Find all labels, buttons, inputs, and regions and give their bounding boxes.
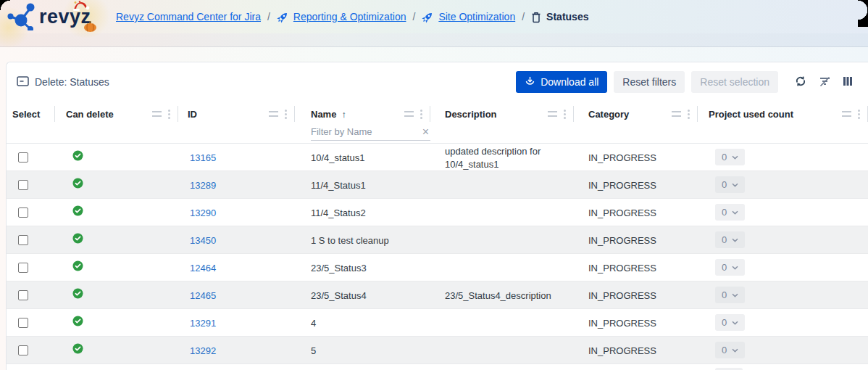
- breadcrumb-link-reporting-optimization[interactable]: Reporting & Optimization: [293, 11, 406, 22]
- row-category-cell: IN_PROGRESS: [574, 261, 698, 274]
- sort-ascending-icon[interactable]: ↑: [341, 109, 346, 120]
- row-id-link[interactable]: 13292: [190, 345, 216, 356]
- column-header-id[interactable]: ID: [178, 105, 295, 123]
- breadcrumb-link-command-center[interactable]: Revyz Command Center for Jira: [116, 11, 261, 22]
- check-circle-icon: [72, 343, 83, 354]
- column-menu-icon[interactable]: [285, 110, 287, 119]
- column-menu-icon[interactable]: [168, 110, 170, 119]
- project-count-dropdown[interactable]: 0: [715, 149, 745, 165]
- chevron-down-icon: [732, 293, 738, 297]
- row-id-link[interactable]: 13165: [190, 152, 216, 163]
- refresh-button[interactable]: [792, 73, 809, 91]
- column-resize-handle-icon[interactable]: [269, 111, 278, 117]
- panel-toolbar: Delete: Statuses Download all Reset filt…: [7, 62, 868, 102]
- project-count-dropdown[interactable]: 0: [715, 287, 745, 303]
- columns-settings-button[interactable]: [840, 75, 856, 90]
- row-category-cell: IN_PROGRESS: [574, 316, 698, 329]
- row-checkbox[interactable]: [18, 263, 28, 273]
- column-label: Description: [445, 109, 497, 120]
- chevron-down-icon: [732, 238, 738, 242]
- table-filter-row: ×: [7, 123, 868, 144]
- column-menu-icon[interactable]: [858, 110, 860, 119]
- project-count-dropdown[interactable]: 0: [715, 176, 745, 193]
- project-count-dropdown[interactable]: 0: [715, 314, 745, 331]
- row-checkbox[interactable]: [18, 207, 28, 218]
- row-name: 23/5_Status3: [311, 263, 367, 274]
- row-id-link[interactable]: 13450: [190, 235, 216, 246]
- column-header-name[interactable]: Name ↑: [295, 105, 430, 123]
- row-select-cell: [7, 290, 55, 300]
- column-header-category[interactable]: Category: [574, 105, 698, 123]
- column-header-project-used-count[interactable]: Project used count: [698, 105, 868, 123]
- column-header-description[interactable]: Description: [430, 105, 574, 123]
- table-row: 13289 11/4_Status1 IN_PROGRESS 0: [7, 171, 868, 199]
- project-count-dropdown[interactable]: 0: [715, 342, 745, 358]
- column-menu-icon[interactable]: [564, 110, 566, 119]
- column-resize-handle-icon[interactable]: [548, 111, 557, 117]
- row-id-cell: 13292: [178, 344, 295, 357]
- rocket-icon: [422, 12, 433, 23]
- refresh-icon: [794, 75, 807, 90]
- name-filter-input[interactable]: [311, 126, 421, 137]
- reset-filters-button[interactable]: Reset filters: [614, 71, 685, 93]
- row-id-link[interactable]: 12465: [190, 290, 216, 301]
- row-id-link[interactable]: 13291: [190, 318, 216, 329]
- row-category-cell: IN_PROGRESS: [574, 151, 698, 164]
- row-name-cell: 11/4_Status1: [295, 178, 430, 192]
- row-id-link[interactable]: 13290: [190, 207, 216, 218]
- column-label: Can delete: [66, 109, 114, 120]
- project-count-value: 0: [722, 152, 727, 163]
- clear-name-filter-icon[interactable]: ×: [421, 126, 430, 138]
- project-count-value: 0: [722, 234, 727, 245]
- project-count-dropdown[interactable]: 0: [715, 204, 745, 221]
- project-count-dropdown[interactable]: 0: [715, 259, 745, 276]
- row-can-delete-cell: [55, 178, 178, 192]
- column-label: Category: [588, 109, 629, 120]
- row-project-count-cell: 0: [698, 259, 868, 276]
- row-name-cell: 23/5_Status3: [295, 261, 430, 274]
- column-resize-handle-icon[interactable]: [152, 111, 162, 117]
- download-all-button[interactable]: Download all: [516, 71, 607, 93]
- row-id-cell: 13289: [178, 178, 295, 192]
- column-resize-handle-icon[interactable]: [842, 111, 851, 117]
- column-header-can-delete[interactable]: Can delete: [55, 105, 178, 123]
- rocket-icon: [277, 12, 288, 23]
- column-menu-icon[interactable]: [688, 110, 690, 119]
- row-checkbox[interactable]: [18, 318, 28, 328]
- santa-hat-icon: [71, 1, 90, 15]
- row-checkbox[interactable]: [18, 345, 28, 355]
- panel-title: Delete: Statuses: [35, 76, 109, 88]
- row-checkbox[interactable]: [18, 180, 28, 190]
- row-project-count-cell: 0: [698, 287, 868, 303]
- row-name: 11/4_Status2: [311, 207, 366, 218]
- check-circle-icon: [72, 205, 83, 216]
- row-id-link[interactable]: 12464: [190, 263, 216, 274]
- row-category: IN_PROGRESS: [588, 290, 656, 301]
- breadcrumb-link-site-optimization[interactable]: Site Optimization: [438, 11, 515, 22]
- column-label: Project used count: [709, 109, 793, 120]
- row-checkbox[interactable]: [18, 235, 28, 245]
- window-corner: [0, 0, 10, 10]
- row-category-cell: IN_PROGRESS: [574, 289, 698, 302]
- table-body: 13165 10/4_status1 updated description f…: [7, 144, 868, 364]
- row-checkbox[interactable]: [18, 290, 28, 300]
- table-row: 12464 23/5_Status3 IN_PROGRESS 0: [7, 254, 868, 281]
- row-project-count-cell: 0: [698, 176, 868, 193]
- revyz-logo[interactable]: revyz: [0, 0, 116, 33]
- column-resize-handle-icon[interactable]: [672, 111, 681, 117]
- reset-selection-button[interactable]: Reset selection: [691, 71, 778, 93]
- row-id-cell: 12464: [178, 261, 295, 274]
- column-menu-icon[interactable]: [420, 110, 422, 119]
- project-count-value: 0: [722, 207, 727, 218]
- row-id-cell: 12465: [178, 289, 295, 302]
- row-id-link[interactable]: 13289: [190, 180, 216, 191]
- table-row: 13450 1 S to test cleanup IN_PROGRESS 0: [7, 226, 868, 254]
- project-count-value: 0: [722, 179, 727, 190]
- clear-filters-icon-button[interactable]: [816, 73, 834, 91]
- row-checkbox[interactable]: [18, 152, 28, 163]
- column-resize-handle-icon[interactable]: [404, 111, 414, 117]
- chevron-down-icon: [732, 183, 738, 187]
- row-description: updated description for 10/4_status1: [445, 146, 541, 170]
- project-count-dropdown[interactable]: 0: [715, 231, 745, 248]
- chevron-down-icon: [732, 348, 738, 353]
